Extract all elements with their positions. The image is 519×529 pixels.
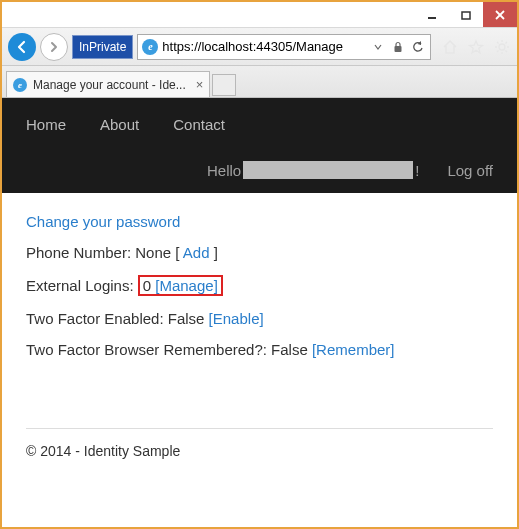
- two-factor-browser-row: Two Factor Browser Remembered?: False [R…: [26, 341, 493, 358]
- tab-title: Manage your account - Ide...: [33, 78, 186, 92]
- window-maximize-button[interactable]: [449, 2, 483, 27]
- svg-line-12: [497, 50, 499, 52]
- bracket-open: [: [175, 244, 179, 261]
- phone-value: None: [135, 244, 171, 261]
- tab-close-icon[interactable]: ×: [192, 77, 204, 92]
- phone-row: Phone Number: None [ Add ]: [26, 244, 493, 261]
- logoff-link[interactable]: Log off: [447, 162, 493, 179]
- tfbr-remember-link[interactable]: [Remember]: [312, 341, 395, 358]
- hello-prefix: Hello: [207, 162, 241, 179]
- phone-add-link[interactable]: Add: [183, 244, 210, 261]
- tab-strip: e Manage your account - Ide... ×: [2, 66, 517, 98]
- external-logins-count: 0: [143, 277, 151, 294]
- window-close-button[interactable]: [483, 2, 517, 27]
- tab-favicon-icon: e: [13, 78, 27, 92]
- url-input[interactable]: [162, 35, 366, 59]
- svg-rect-1: [462, 12, 470, 19]
- tfbr-value: False: [271, 341, 308, 358]
- url-dropdown-icon[interactable]: [370, 39, 386, 55]
- external-logins-label: External Logins:: [26, 277, 134, 294]
- window-titlebar: [2, 2, 517, 28]
- browser-toolbar: InPrivate e: [2, 28, 517, 66]
- nav-about[interactable]: About: [100, 116, 139, 133]
- tfe-enable-link[interactable]: [Enable]: [209, 310, 264, 327]
- nav-contact[interactable]: Contact: [173, 116, 225, 133]
- tfe-value: False: [168, 310, 205, 327]
- footer-text: © 2014 - Identity Sample: [26, 443, 180, 459]
- tfbr-label: Two Factor Browser Remembered?:: [26, 341, 267, 358]
- phone-label: Phone Number:: [26, 244, 131, 261]
- external-logins-highlight: 0 [Manage]: [138, 275, 223, 296]
- address-bar[interactable]: e: [137, 34, 431, 60]
- page-viewport: Home About Contact Hello ! Log off Chang…: [2, 98, 517, 527]
- bracket-close: ]: [214, 244, 218, 261]
- svg-line-11: [506, 50, 508, 52]
- inprivate-badge: InPrivate: [72, 35, 133, 59]
- change-password-link[interactable]: Change your password: [26, 213, 180, 230]
- window-minimize-button[interactable]: [415, 2, 449, 27]
- ie-favicon-icon: e: [142, 39, 158, 55]
- nav-forward-button[interactable]: [40, 33, 68, 61]
- external-logins-row: External Logins: 0 [Manage]: [26, 275, 493, 296]
- svg-rect-4: [395, 46, 402, 52]
- site-navbar: Home About Contact Hello ! Log off: [2, 98, 517, 193]
- lock-icon: [390, 39, 406, 55]
- svg-point-5: [499, 44, 505, 50]
- hello-suffix: !: [415, 162, 419, 179]
- two-factor-enabled-row: Two Factor Enabled: False [Enable]: [26, 310, 493, 327]
- browser-tab[interactable]: e Manage your account - Ide... ×: [6, 71, 210, 97]
- browser-right-icons: [435, 38, 511, 56]
- favorites-star-icon[interactable]: [467, 38, 485, 56]
- page-footer: © 2014 - Identity Sample: [2, 428, 517, 459]
- tfe-label: Two Factor Enabled:: [26, 310, 164, 327]
- refresh-icon[interactable]: [410, 39, 426, 55]
- home-icon[interactable]: [441, 38, 459, 56]
- new-tab-button[interactable]: [212, 74, 236, 96]
- username-redacted: [243, 161, 413, 179]
- svg-line-13: [506, 42, 508, 44]
- nav-back-button[interactable]: [8, 33, 36, 61]
- svg-line-10: [497, 42, 499, 44]
- external-logins-manage-link[interactable]: [Manage]: [155, 277, 218, 294]
- footer-separator: [26, 428, 493, 429]
- tools-gear-icon[interactable]: [493, 38, 511, 56]
- hello-user[interactable]: Hello !: [207, 161, 419, 179]
- page-body: Change your password Phone Number: None …: [2, 193, 517, 392]
- nav-home[interactable]: Home: [26, 116, 66, 133]
